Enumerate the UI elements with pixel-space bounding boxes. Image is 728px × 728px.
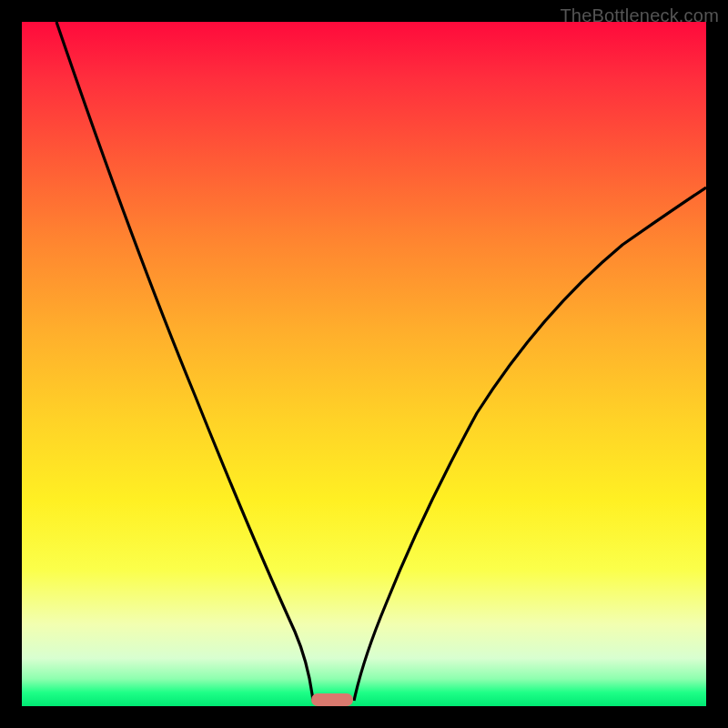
right-curve (354, 187, 706, 701)
chart-frame: TheBottleneck.com (0, 0, 728, 728)
watermark-text: TheBottleneck.com (560, 5, 719, 26)
left-curve (56, 22, 313, 701)
plot-area (22, 22, 706, 706)
bottleneck-curves (22, 22, 706, 706)
bottleneck-marker (311, 693, 353, 706)
